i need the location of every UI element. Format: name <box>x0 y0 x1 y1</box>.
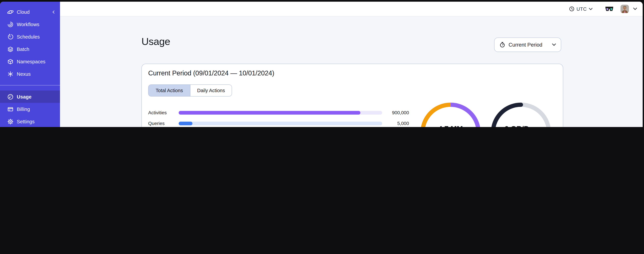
sidebar: Cloud Workflows <box>0 2 60 127</box>
sidebar-item-usage[interactable]: Usage <box>0 90 60 103</box>
sidebar-item-label: Workflows <box>17 22 40 27</box>
avatar[interactable] <box>620 5 629 13</box>
billing-card-icon <box>7 106 14 112</box>
bar-value: 5,000 <box>386 121 409 126</box>
usage-gauge-icon <box>7 93 14 100</box>
sidebar-item-billing[interactable]: Billing <box>0 103 60 115</box>
sidebar-item-workflows[interactable]: Workflows <box>0 18 60 30</box>
usage-bar-row: Activities900,000 <box>148 107 409 118</box>
usage-bars-chart: Activities900,000Queries5,000Signals130,… <box>148 107 409 127</box>
bar-track <box>179 111 382 114</box>
usage-summary-card: Current Period (09/01/2024 — 10/01/2024)… <box>142 64 563 127</box>
card-title: Current Period (09/01/2024 — 10/01/2024) <box>148 69 274 77</box>
account-menu-chevron-icon[interactable] <box>633 7 637 10</box>
sidebar-item-schedules[interactable]: Schedules <box>0 30 60 43</box>
desktop-background: Cloud Workflows <box>0 0 644 127</box>
bar-category-label: Activities <box>148 110 179 115</box>
sidebar-item-batch[interactable]: Batch <box>0 43 60 55</box>
total-actions-donut: 4.7 MM Total Actions <box>419 101 482 127</box>
total-actions-value: 4.7 MM <box>438 125 463 127</box>
sidebar-item-cloud[interactable]: Cloud <box>0 6 60 18</box>
nexus-asterisk-icon <box>7 70 14 77</box>
sidebar-item-label: Settings <box>17 119 34 124</box>
bar-fill <box>179 111 360 114</box>
settings-gear-icon <box>7 118 14 125</box>
stopwatch-icon <box>499 42 506 48</box>
timezone-label: UTC <box>576 6 587 12</box>
period-selector-button[interactable]: Current Period <box>494 38 561 52</box>
sidebar-item-label: Usage <box>17 94 32 99</box>
sidebar-item-settings[interactable]: Settings <box>0 115 60 127</box>
app-window: Cloud Workflows <box>0 2 643 127</box>
collapse-sidebar-icon[interactable] <box>51 10 56 14</box>
page-title: Usage <box>142 36 170 47</box>
usage-bar-row: Queries5,000 <box>148 118 409 127</box>
actions-view-tabs: Total Actions Daily Actions <box>148 84 232 96</box>
bar-category-label: Queries <box>148 121 179 126</box>
tab-daily-actions[interactable]: Daily Actions <box>190 85 232 96</box>
batch-layers-icon <box>7 46 14 52</box>
sidebar-item-label: Cloud <box>17 9 30 14</box>
bar-track <box>179 122 382 125</box>
sidebar-item-label: Billing <box>17 106 30 112</box>
total-storage-value: 0 GB/Day <box>504 125 538 127</box>
sidebar-item-nexus[interactable]: Nexus <box>0 68 60 80</box>
workflows-icon <box>7 21 14 28</box>
sidebar-item-label: Schedules <box>17 34 40 39</box>
main-content: Usage Current Period Current Period (09/… <box>60 16 643 127</box>
bar-fill <box>179 122 192 125</box>
namespaces-box-icon <box>7 58 14 65</box>
labs-glasses-icon[interactable] <box>605 6 614 12</box>
chevron-down-icon <box>552 43 556 46</box>
sidebar-item-namespaces[interactable]: Namespaces <box>0 55 60 68</box>
bar-value: 900,000 <box>386 110 409 115</box>
schedules-icon <box>7 33 14 40</box>
timezone-selector[interactable]: UTC <box>569 6 593 12</box>
temporal-cloud-icon <box>7 8 14 15</box>
clock-icon <box>569 6 574 12</box>
chevron-down-icon <box>589 8 593 10</box>
sidebar-item-label: Namespaces <box>17 59 46 64</box>
period-selector-label: Current Period <box>508 42 542 48</box>
sidebar-divider <box>0 85 60 86</box>
sidebar-item-label: Batch <box>17 46 29 52</box>
sidebar-item-label: Nexus <box>17 71 31 76</box>
tab-total-actions[interactable]: Total Actions <box>148 85 190 96</box>
total-storage-donut: 0 GB/Day Total Storage <box>489 101 553 127</box>
topbar: UTC <box>60 2 643 16</box>
